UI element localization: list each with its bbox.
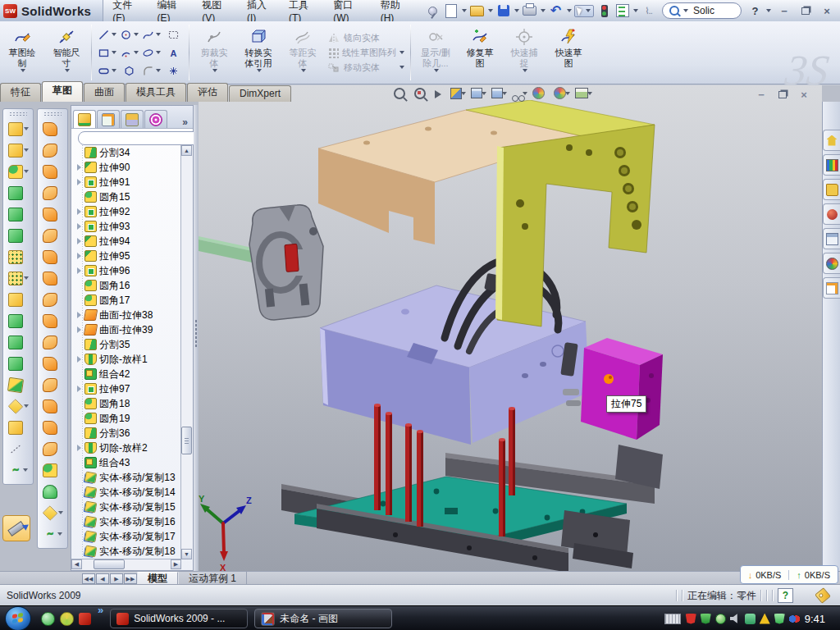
feature-tree-item[interactable]: 组合43 bbox=[72, 455, 181, 470]
chevron-down-icon[interactable] bbox=[633, 9, 638, 12]
view-toolbar-button[interactable] bbox=[414, 88, 430, 99]
quick-launch-overflow-icon[interactable]: » bbox=[98, 606, 103, 614]
chevron-down-icon[interactable] bbox=[399, 51, 404, 54]
feature-tree-item[interactable]: 实体-移动/复制16 bbox=[72, 514, 181, 529]
slot-tool-button[interactable] bbox=[96, 62, 118, 80]
spline-tool-button[interactable] bbox=[140, 25, 162, 43]
minimize-button[interactable]: − bbox=[776, 4, 792, 17]
menu-item[interactable]: 工具(T) bbox=[280, 0, 324, 21]
chevron-down-icon[interactable] bbox=[586, 9, 591, 12]
feature-tree-item[interactable]: 圆角15 bbox=[72, 189, 181, 204]
command-tab[interactable]: DimXpert bbox=[229, 85, 291, 102]
view-toolbar-button[interactable] bbox=[554, 87, 570, 99]
feature-tree-item[interactable]: 切除-放样2 bbox=[72, 441, 181, 455]
feature-tree-item[interactable]: 分割36 bbox=[72, 426, 181, 441]
feature-tree-item[interactable]: 实体-移动/复制18 bbox=[72, 544, 181, 559]
tray-icon[interactable] bbox=[715, 614, 726, 624]
surface-toolbar-button[interactable] bbox=[43, 481, 63, 502]
sketch-button[interactable]: 草图绘 制 bbox=[1, 24, 43, 81]
feature-tree-item[interactable]: 分割34 bbox=[72, 145, 181, 160]
surface-toolbar-button[interactable] bbox=[43, 438, 63, 459]
surface-toolbar-button[interactable] bbox=[43, 417, 63, 438]
close-button[interactable]: × bbox=[819, 4, 835, 17]
property-manager-tab[interactable] bbox=[97, 110, 120, 128]
doc-close-button[interactable]: × bbox=[797, 89, 810, 100]
task-pane-tab[interactable] bbox=[823, 228, 840, 249]
repair-sketch-button[interactable]: 修复草 图 bbox=[459, 24, 501, 81]
tree-vertical-scrollbar[interactable]: ▲ ▼ bbox=[180, 145, 193, 559]
feature-toolbar-button[interactable] bbox=[8, 374, 29, 395]
chevron-down-icon[interactable] bbox=[57, 532, 62, 536]
chevron-down-icon[interactable] bbox=[23, 468, 28, 472]
menu-item[interactable]: 帮助(H) bbox=[372, 0, 417, 21]
dimxpert-manager-tab[interactable] bbox=[144, 110, 167, 128]
scroll-up-icon[interactable]: ▲ bbox=[181, 145, 192, 156]
move-entities-button[interactable]: 移动实体 bbox=[328, 62, 404, 74]
task-pane-tab[interactable] bbox=[823, 179, 840, 200]
surface-toolbar-button[interactable] bbox=[43, 374, 63, 395]
select-region-tool-button[interactable] bbox=[162, 25, 185, 43]
options-button[interactable] bbox=[614, 3, 630, 19]
taskbar-task-button[interactable]: SolidWorks 2009 - ... bbox=[110, 609, 248, 628]
display-delete-relations-button[interactable]: 显示/删 除几... bbox=[414, 24, 457, 81]
surface-toolbar-button[interactable] bbox=[43, 161, 63, 182]
feature-toolbar-button[interactable] bbox=[8, 289, 29, 310]
expand-arrow-icon[interactable] bbox=[75, 267, 83, 274]
expand-arrow-icon[interactable] bbox=[75, 238, 83, 244]
chevron-down-icon[interactable] bbox=[399, 66, 404, 69]
document-tab[interactable]: 运动算例 1 bbox=[178, 572, 247, 585]
chevron-down-icon[interactable] bbox=[257, 69, 262, 72]
chevron-down-icon[interactable] bbox=[514, 9, 519, 12]
view-toolbar-button[interactable] bbox=[435, 88, 445, 98]
taskbar-clock[interactable]: 9:41 bbox=[805, 613, 825, 625]
toolbar-grip-handle[interactable] bbox=[9, 112, 27, 116]
tray-icon[interactable] bbox=[774, 614, 785, 624]
surface-toolbar-button[interactable] bbox=[43, 310, 63, 331]
nav-first-icon[interactable]: ◀◀ bbox=[82, 573, 95, 584]
feature-toolbar-button[interactable] bbox=[8, 118, 29, 139]
expand-arrow-icon[interactable] bbox=[75, 253, 83, 259]
tray-icon[interactable] bbox=[686, 614, 696, 624]
nav-last-icon[interactable]: ▶▶ bbox=[124, 573, 137, 584]
surface-toolbar-button[interactable] bbox=[43, 139, 63, 161]
command-tab[interactable]: 特征 bbox=[0, 83, 41, 102]
feature-toolbar-button[interactable] bbox=[8, 182, 29, 203]
expand-arrow-icon[interactable] bbox=[75, 164, 83, 171]
polygon-tool-button[interactable] bbox=[118, 62, 140, 80]
surface-toolbar-button[interactable] bbox=[43, 331, 63, 353]
feature-toolbar-button[interactable] bbox=[8, 161, 29, 182]
surface-toolbar-button[interactable] bbox=[43, 225, 63, 246]
tray-icon[interactable] bbox=[745, 614, 756, 624]
select-tool-button[interactable] bbox=[574, 5, 594, 17]
pin-icon[interactable] bbox=[425, 3, 441, 19]
chevron-down-icon[interactable] bbox=[541, 9, 546, 12]
chevron-down-icon[interactable] bbox=[21, 69, 25, 72]
feature-tree-item[interactable]: 拉伸93 bbox=[72, 219, 181, 234]
expand-arrow-icon[interactable] bbox=[75, 386, 83, 392]
search-input[interactable] bbox=[692, 4, 734, 17]
surface-toolbar-button[interactable] bbox=[43, 182, 63, 203]
linear-sketch-pattern-button[interactable]: 线性草图阵列 bbox=[328, 47, 404, 59]
surface-toolbar-button[interactable] bbox=[43, 267, 63, 289]
chevron-down-icon[interactable] bbox=[24, 170, 29, 173]
view-toolbar-button[interactable] bbox=[471, 88, 486, 98]
line-tool-button[interactable] bbox=[96, 25, 118, 43]
task-pane-tab[interactable] bbox=[823, 130, 840, 151]
quick-launch-icon[interactable] bbox=[60, 612, 74, 626]
ellipse-tool-button[interactable] bbox=[140, 43, 162, 62]
expand-arrow-icon[interactable] bbox=[75, 179, 83, 185]
feature-tree-item[interactable]: 拉伸90 bbox=[72, 160, 181, 175]
feature-toolbar-button[interactable] bbox=[8, 331, 29, 353]
feature-toolbar-button[interactable] bbox=[8, 225, 29, 246]
scroll-left-icon[interactable]: ◀ bbox=[71, 559, 82, 569]
feature-tree-item[interactable]: 圆角19 bbox=[72, 411, 181, 426]
surface-toolbar-button[interactable] bbox=[43, 203, 63, 225]
surface-toolbar-button[interactable] bbox=[43, 353, 63, 374]
quick-snaps-button[interactable]: 快速捕 捉 bbox=[503, 24, 546, 81]
expand-arrow-icon[interactable] bbox=[75, 326, 83, 333]
chevron-down-icon[interactable] bbox=[212, 69, 217, 72]
feature-manager-tab[interactable] bbox=[73, 110, 96, 128]
smart-dimension-button[interactable]: 智能尺 寸 bbox=[45, 24, 88, 81]
surface-toolbar-button[interactable] bbox=[43, 118, 63, 139]
point-tool-button[interactable] bbox=[162, 62, 185, 80]
